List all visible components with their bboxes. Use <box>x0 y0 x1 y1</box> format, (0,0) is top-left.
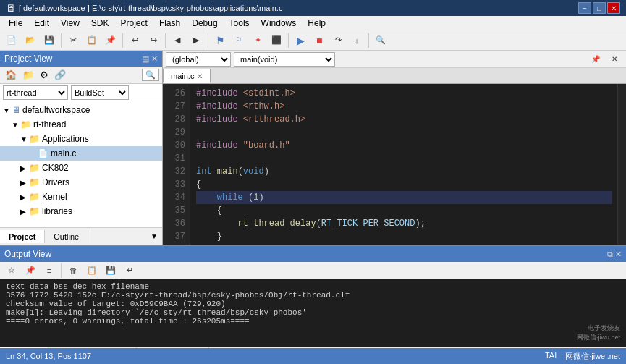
menu-edit[interactable]: Edit <box>28 17 55 30</box>
titlebar: 🖥 [ defaultworkspace ] E:\c-sty\rt-threa… <box>0 0 626 16</box>
toolbar-sep5 <box>288 33 289 48</box>
output-panel-icons: ⧉ ✕ <box>607 250 622 259</box>
minimize-button[interactable]: − <box>578 2 591 14</box>
editor-tabs: main.c ✕ <box>163 68 626 84</box>
func-selector[interactable]: main(void) <box>234 52 335 67</box>
tab-project[interactable]: Project <box>0 230 45 243</box>
toolbar-clean[interactable]: ✦ <box>249 33 266 48</box>
tree-ck802[interactable]: ▶ 📁 CK802 <box>0 161 162 175</box>
code-content[interactable]: #include <stdint.h> #include <rthw.h> #i… <box>190 84 617 245</box>
output-line-2: 3576 1772 5420 152c E:/c-sty/rt-thread/b… <box>6 291 620 300</box>
panel-icon-close[interactable]: ✕ <box>151 54 158 64</box>
output-icon-close[interactable]: ✕ <box>615 250 622 259</box>
toolbar-new[interactable]: 📄 <box>3 33 20 48</box>
output-title: Output View <box>4 249 51 259</box>
menu-tools[interactable]: Tools <box>224 17 255 30</box>
tree-mainc[interactable]: 📄 main.c <box>0 146 162 161</box>
toolbar-sep4 <box>208 33 208 48</box>
output-content[interactable]: text data bss dec hex filename 3576 1772… <box>0 279 626 347</box>
output-btn-list[interactable]: ≡ <box>41 263 58 279</box>
app-icon: 🖥 <box>6 2 16 14</box>
editor-pin-btn[interactable]: 📌 <box>587 51 604 67</box>
workspace-select[interactable]: rt-thread <box>3 85 68 100</box>
code-editor[interactable]: 26 27 28 29 30 31 32 33 34 35 36 37 38 <box>163 84 626 245</box>
tree-libraries[interactable]: ▶ 📁 libraries <box>0 204 162 219</box>
code-line-29 <box>196 126 612 139</box>
project-view-header: Project View ▤ ✕ <box>0 51 162 67</box>
editor-panel: (global) main(void) 📌 ✕ main.c ✕ <box>163 51 626 245</box>
tab-close-btn[interactable]: ✕ <box>197 72 203 80</box>
editor-tab-mainc[interactable]: main.c ✕ <box>163 69 211 83</box>
proj-home-btn[interactable]: 🏠 <box>3 69 19 81</box>
tree-applications[interactable]: ▼ 📁 Applications <box>0 132 162 146</box>
proj-folder-btn[interactable]: 📁 <box>20 69 36 81</box>
proj-settings-btn[interactable]: ⚙ <box>38 69 51 81</box>
tab-outline[interactable]: Outline <box>45 230 88 243</box>
toolbar-sep2 <box>122 33 123 48</box>
editor-topbar: (global) main(void) 📌 ✕ <box>163 51 626 68</box>
close-button[interactable]: ✕ <box>607 2 620 14</box>
bottom-tab-arrow[interactable]: ▼ <box>151 232 162 240</box>
toolbar-stop[interactable]: ⬛ <box>268 33 285 48</box>
code-line-30: #include "board.h" <box>196 139 612 152</box>
output-btn-clear[interactable]: 🗑 <box>64 263 82 279</box>
project-toolbar: 🏠 📁 ⚙ 🔗 🔍 <box>0 67 162 84</box>
menu-help[interactable]: Help <box>302 17 331 30</box>
panel-icon-menu[interactable]: ▤ <box>142 54 149 64</box>
output-toolbar: ☆ 📌 ≡ 🗑 📋 💾 ↵ <box>0 262 626 279</box>
toolbar-rebuild[interactable]: ⚐ <box>230 33 248 48</box>
toolbar-open[interactable]: 📂 <box>22 33 39 48</box>
toolbar-undo[interactable]: ↩ <box>126 33 143 48</box>
tree-workspace[interactable]: ▼ 🖥 defaultworkspace <box>0 103 162 117</box>
proj-link-btn[interactable]: 🔗 <box>52 69 68 81</box>
output-btn-star[interactable]: ☆ <box>3 263 20 279</box>
project-tree: ▼ 🖥 defaultworkspace ▼ 📁 rt-thread ▼ 📁 <box>0 101 162 227</box>
menu-view[interactable]: View <box>55 17 85 30</box>
tree-root[interactable]: ▼ 📁 rt-thread <box>0 117 162 132</box>
scope-selector[interactable]: (global) <box>166 52 231 67</box>
toolbar-cut[interactable]: ✂ <box>64 33 82 48</box>
output-sep1 <box>61 263 62 278</box>
toolbar-forward[interactable]: ▶ <box>187 33 205 48</box>
status-position: Ln 34, Col 13, Pos 1107 <box>6 352 91 360</box>
watermark-line1: 电子发烧友 <box>588 323 620 333</box>
output-btn-copy[interactable]: 📋 <box>83 263 101 279</box>
output-btn-pin[interactable]: 📌 <box>22 263 39 279</box>
code-line-35: { <box>196 204 612 217</box>
editor-scrollbar[interactable] <box>617 84 626 245</box>
menu-debug[interactable]: Debug <box>186 17 223 30</box>
titlebar-left: 🖥 [ defaultworkspace ] E:\c-sty\rt-threa… <box>6 2 282 14</box>
proj-filter-btn[interactable]: 🔍 <box>142 69 159 81</box>
menu-windows[interactable]: Windows <box>255 17 303 30</box>
toolbar-redo[interactable]: ↪ <box>145 33 162 48</box>
menu-flash[interactable]: Flash <box>153 17 186 30</box>
menu-sdk[interactable]: SDK <box>85 17 115 30</box>
maximize-button[interactable]: □ <box>593 2 606 14</box>
menu-file[interactable]: File <box>3 17 28 30</box>
code-line-31 <box>196 152 612 165</box>
toolbar-save[interactable]: 💾 <box>41 33 58 48</box>
output-btn-save[interactable]: 💾 <box>102 263 119 279</box>
toolbar-debug-start[interactable]: ▶ <box>292 33 309 48</box>
watermark: 电子发烧友 网微信·jiwu.net <box>577 323 620 342</box>
output-btn-wrap[interactable]: ↵ <box>121 263 138 279</box>
buildset-select[interactable]: BuildSet <box>71 85 129 100</box>
editor-close-btn[interactable]: ✕ <box>606 51 623 67</box>
output-icon-float[interactable]: ⧉ <box>607 250 613 259</box>
toolbar-build[interactable]: ⚑ <box>211 33 229 48</box>
filter-row: rt-thread BuildSet <box>0 84 162 101</box>
menu-project[interactable]: Project <box>115 17 153 30</box>
toolbar-copy[interactable]: 📋 <box>83 33 101 48</box>
toolbar-step-into[interactable]: ↓ <box>348 33 365 48</box>
toolbar-back[interactable]: ◀ <box>169 33 186 48</box>
toolbar-step-over[interactable]: ↷ <box>329 33 347 48</box>
code-line-33: { <box>196 178 612 191</box>
toolbar-paste[interactable]: 📌 <box>102 33 119 48</box>
tree-kernel[interactable]: ▶ 📁 Kernel <box>0 190 162 204</box>
tree-drivers[interactable]: ▶ 📁 Drivers <box>0 175 162 190</box>
status-right: TAI 网微信·jiwei.net <box>545 351 620 362</box>
toolbar-sep3 <box>165 33 166 48</box>
code-line-28: #include <rtthread.h> <box>196 113 612 126</box>
toolbar-debug-stop[interactable]: ⏹ <box>310 33 328 48</box>
toolbar-search[interactable]: 🔍 <box>372 33 389 48</box>
